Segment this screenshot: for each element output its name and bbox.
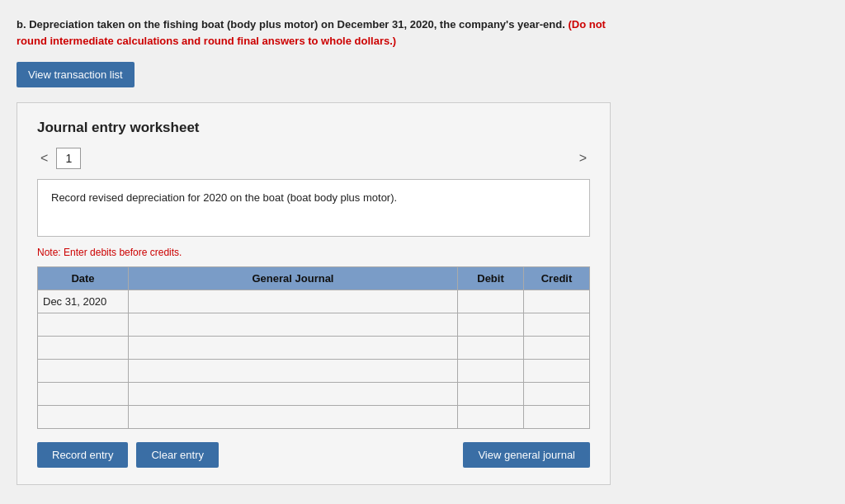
problem-text: b. Depreciation taken on the fishing boa… [17,16,627,49]
gj-input[interactable] [129,383,457,405]
gj-input[interactable] [129,360,457,382]
nav-left-button[interactable]: < [37,151,51,166]
nav-right-button[interactable]: > [576,151,590,166]
record-entry-button[interactable]: Record entry [37,442,128,468]
table-row [38,360,590,383]
debit-cell [458,406,524,429]
view-general-journal-button[interactable]: View general journal [463,442,590,468]
gj-input[interactable] [129,337,457,359]
gj-cell [129,313,458,337]
gj-cell [129,360,458,383]
credit-input[interactable] [524,406,589,428]
table-row [38,406,590,429]
debit-cell [458,360,524,383]
date-cell [38,360,129,383]
credit-input[interactable] [524,290,589,313]
journal-table: Date General Journal Debit Credit Dec 31… [37,266,590,429]
nav-row: < 1 > [37,148,590,169]
date-cell [38,337,129,360]
date-cell [38,313,129,337]
button-row: Record entry Clear entry View general jo… [37,442,590,468]
description-text: Record revised depreciation for 2020 on … [51,191,397,204]
date-input[interactable] [38,360,128,382]
credit-cell [524,406,590,429]
table-row [38,337,590,360]
credit-cell [524,290,590,313]
credit-input[interactable] [524,360,589,382]
debit-input[interactable] [458,360,523,382]
date-cell [38,406,129,429]
gj-cell [129,290,458,313]
header-date: Date [38,267,129,290]
gj-input[interactable] [129,313,457,336]
gj-cell [129,406,458,429]
date-input[interactable] [38,313,128,336]
gj-input[interactable] [129,406,457,428]
worksheet-title: Journal entry worksheet [37,120,590,136]
gj-cell [129,337,458,360]
description-box: Record revised depreciation for 2020 on … [37,179,590,237]
credit-cell [524,337,590,360]
header-credit: Credit [524,267,590,290]
date-input[interactable] [38,383,128,405]
view-transaction-button[interactable]: View transaction list [17,62,135,87]
debit-cell [458,313,524,337]
date-cell [38,383,129,406]
worksheet-container: Journal entry worksheet < 1 > Record rev… [17,102,611,485]
problem-prefix: b. Depreciation taken on the fishing boa… [17,18,565,31]
debit-input[interactable] [458,337,523,359]
credit-cell [524,313,590,337]
debit-cell [458,337,524,360]
table-row: Dec 31, 2020 [38,290,590,313]
gj-input[interactable] [129,290,457,313]
table-row [38,313,590,337]
header-general-journal: General Journal [129,267,458,290]
credit-input[interactable] [524,313,589,336]
credit-cell [524,383,590,406]
date-cell: Dec 31, 2020 [38,290,129,313]
page-number: 1 [56,148,81,169]
debit-cell [458,383,524,406]
debit-cell [458,290,524,313]
credit-input[interactable] [524,337,589,359]
debit-input[interactable] [458,290,523,313]
gj-cell [129,383,458,406]
debit-input[interactable] [458,313,523,336]
table-row [38,383,590,406]
header-debit: Debit [458,267,524,290]
date-input[interactable] [38,406,128,428]
clear-entry-button[interactable]: Clear entry [136,442,219,468]
debit-input[interactable] [458,383,523,405]
credit-cell [524,360,590,383]
date-input[interactable] [38,337,128,359]
debit-input[interactable] [458,406,523,428]
note-text: Note: Enter debits before credits. [37,247,590,258]
credit-input[interactable] [524,383,589,405]
